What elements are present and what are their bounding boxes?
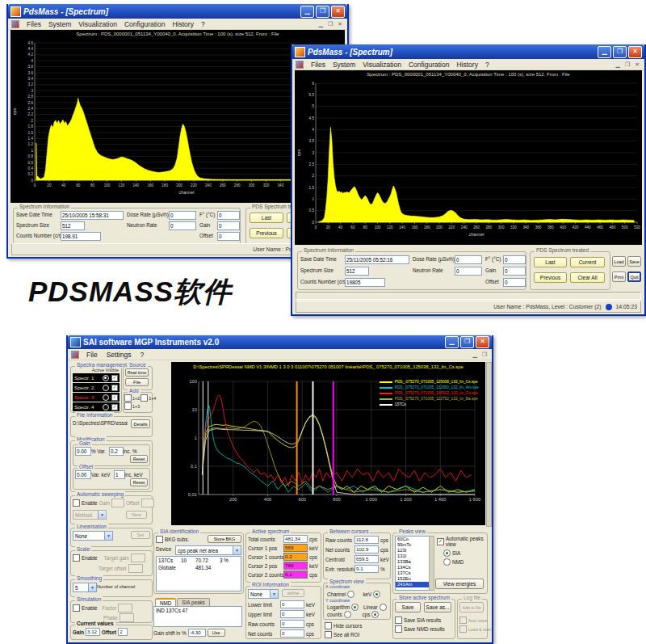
titlebar[interactable]: PdsMass - [Spectrum] ▁ ❐ ✕ — [8, 4, 347, 19]
nmd-radio[interactable] — [443, 558, 451, 566]
menu-item[interactable]: Visualization — [363, 61, 401, 69]
see-all-roi-checkbox[interactable] — [325, 631, 332, 638]
gain-field[interactable] — [503, 267, 526, 276]
load-button[interactable]: Load — [612, 256, 626, 267]
sia-results-list[interactable]: 137Cs1070.723 % Globale481.34 — [156, 556, 241, 591]
visible-checkbox[interactable]: ✓ — [111, 375, 118, 381]
linear-radio[interactable] — [380, 604, 387, 611]
menu-item[interactable]: Files — [311, 61, 325, 69]
menu-item[interactable]: Visualization — [78, 20, 117, 28]
offset-field[interactable] — [217, 232, 240, 241]
mdi-window-buttons[interactable]: ▁ ❐ ✕ — [319, 21, 344, 27]
bkg-subs-checkbox[interactable] — [156, 536, 163, 543]
use-button[interactable]: Use — [208, 629, 225, 637]
titlebar[interactable]: PdsMass - [Spectrum] ▁ ❐ ✕ — [292, 44, 644, 59]
save-sia-results-checkbox[interactable] — [395, 617, 402, 624]
file-button[interactable]: File — [125, 378, 149, 386]
maximize-button[interactable]: ❐ — [460, 336, 474, 348]
dose-rate-field[interactable] — [169, 211, 196, 220]
minimize-button[interactable]: ▁ — [598, 46, 611, 58]
maximize-button[interactable]: ❐ — [613, 46, 627, 58]
mdi-window-buttons[interactable]: ▁ ❐ — [472, 351, 489, 358]
spectrum-row-2[interactable]: Spectr. 2✓ — [73, 383, 120, 392]
isotope-item[interactable]: 123I — [396, 548, 430, 554]
save-date-field[interactable] — [345, 255, 409, 264]
add-1-3-checkbox[interactable] — [124, 402, 132, 410]
last-button[interactable]: Last — [534, 257, 567, 267]
isotope-item[interactable]: 99mTc — [396, 542, 430, 548]
multi-spectrum-chart-area[interactable]: D:\Spectres\SPRDessai NMD V1.3\NMD 1 3 0… — [171, 362, 485, 525]
clear-all-button[interactable]: Clear All — [570, 272, 605, 283]
menu-item[interactable]: Configuration — [124, 20, 166, 28]
details-button[interactable]: Details — [131, 419, 150, 428]
close-button[interactable]: ✕ — [476, 336, 489, 348]
spectrum-chart-area[interactable]: Spectrum : PDS_0000001_051134_Y00040_0, … — [295, 70, 642, 245]
store-bkg-button[interactable]: Store BKG — [208, 535, 241, 543]
kev-radio[interactable] — [373, 591, 380, 598]
isotope-list-scrollbar[interactable] — [429, 536, 434, 591]
minimize-button[interactable]: ▁ — [445, 336, 459, 348]
add-1-2-checkbox[interactable] — [124, 394, 132, 402]
sia-radio[interactable] — [443, 549, 451, 557]
menu-item[interactable]: History — [172, 20, 193, 28]
gain-increment-field[interactable] — [109, 447, 124, 456]
device-dropdown[interactable]: cps peak net area▼ — [175, 545, 241, 555]
spectrum-row-1[interactable]: Spectr. 1✓ — [73, 373, 120, 382]
isotope-item[interactable]: 137Cs — [396, 570, 430, 576]
isotope-item[interactable]: 152Eu — [396, 576, 430, 582]
menu-item[interactable]: ? — [140, 351, 144, 359]
smoothing-dropdown[interactable]: 5▼ — [73, 583, 97, 592]
maximize-button[interactable]: ❐ — [316, 6, 329, 18]
linearisation-dropdown[interactable]: None▼ — [73, 531, 113, 541]
isotope-item[interactable]: 60Co — [396, 537, 430, 542]
previous-button[interactable]: Previous — [250, 228, 283, 238]
active-radio[interactable] — [103, 385, 109, 391]
save-as-button[interactable]: Save as... — [424, 602, 451, 612]
save-spectrum-button[interactable]: Save — [395, 602, 421, 612]
cps-radio[interactable] — [371, 611, 379, 618]
spectrum-row-3[interactable]: Spectr. 3✓ — [73, 393, 120, 402]
simulation-enable-checkbox[interactable] — [73, 604, 80, 612]
real-time-button[interactable]: Real time — [125, 368, 149, 377]
counts-radio[interactable] — [344, 611, 351, 618]
sweeping-enable-checkbox[interactable] — [73, 499, 80, 507]
visible-checkbox[interactable]: ✓ — [111, 404, 118, 410]
spectrum-size-field[interactable] — [345, 267, 369, 276]
isotope-item[interactable]: 131I — [396, 554, 430, 559]
active-radio[interactable] — [103, 375, 109, 381]
menu-item[interactable]: Configuration — [409, 61, 450, 69]
menu-item[interactable]: File — [86, 351, 98, 359]
menu-item[interactable]: System — [48, 20, 71, 28]
close-button[interactable]: ✕ — [331, 6, 345, 18]
chart-scrollbar[interactable] — [486, 362, 492, 527]
logarithm-radio[interactable] — [351, 604, 359, 611]
gain-field[interactable] — [217, 221, 240, 230]
neutron-rate-field[interactable] — [455, 267, 482, 276]
roi-dropdown[interactable]: None▼ — [248, 589, 279, 599]
current-button[interactable]: Current — [570, 257, 605, 267]
last-button[interactable]: Last — [250, 213, 283, 223]
gain-spinner[interactable] — [75, 447, 91, 456]
dose-rate-field[interactable] — [455, 255, 482, 264]
spectrum-row-4[interactable]: Spectr. 4✓ — [73, 402, 120, 411]
isotope-listbox[interactable]: 60Co99mTc123I131I133Ba134Cs137Cs152Eu241… — [395, 536, 430, 591]
offset-reset-button[interactable]: Reset — [130, 478, 148, 486]
channel-radio[interactable] — [347, 591, 354, 598]
spectrum-size-field[interactable] — [61, 221, 85, 230]
mdi-window-buttons[interactable]: ▁ ❐ ✕ — [616, 61, 641, 68]
save-nmd-results-checkbox[interactable] — [395, 625, 402, 633]
offset-increment-field[interactable] — [114, 470, 125, 479]
temp-field[interactable] — [503, 255, 526, 264]
offset-field[interactable] — [503, 278, 526, 287]
menu-item[interactable]: Settings — [107, 351, 132, 359]
menu-item[interactable]: Files — [27, 20, 41, 28]
previous-button[interactable]: Previous — [534, 272, 567, 283]
quit-button[interactable]: Quit — [627, 271, 641, 282]
counts-number-field[interactable] — [61, 232, 101, 241]
menu-item[interactable]: History — [456, 61, 477, 69]
temp-field[interactable] — [217, 211, 240, 220]
offset-spinner[interactable] — [75, 470, 91, 479]
isotope-item[interactable]: 133Ba — [396, 559, 430, 565]
save-button[interactable]: Save — [627, 256, 641, 267]
add-1-4-checkbox[interactable] — [141, 394, 148, 402]
